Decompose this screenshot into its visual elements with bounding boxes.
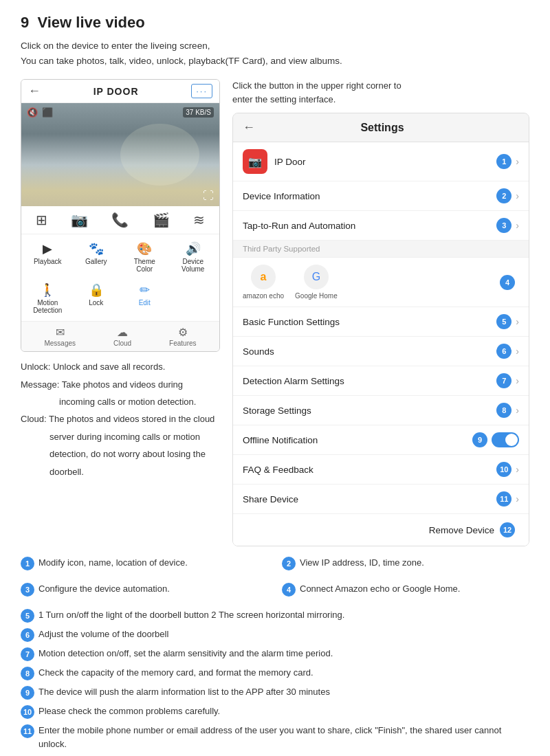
- badge-4: 4: [500, 275, 515, 290]
- cloud-text-2: server during incoming calls or motion: [50, 429, 220, 445]
- badge-9: 9: [472, 432, 487, 447]
- device-info-label: Device Information: [243, 191, 496, 201]
- theme-item[interactable]: 🎨 ThemeColor: [121, 237, 168, 277]
- settings-row-faq[interactable]: FAQ & Feedback 10 ›: [233, 455, 529, 485]
- amazon-echo-icon: a: [251, 265, 276, 289]
- phone-back-icon[interactable]: ←: [28, 84, 41, 98]
- settings-title-label: Settings: [262, 122, 503, 134]
- settings-row-ipdoor[interactable]: 📷 IP Door 1 ›: [233, 142, 529, 181]
- edit-item[interactable]: ✏ Edit: [121, 278, 168, 318]
- messages-nav[interactable]: ✉ Messages: [44, 326, 76, 347]
- note-text-2: View IP address, ID, time zone.: [300, 556, 529, 570]
- settings-row-remove[interactable]: Remove Device 12: [233, 514, 529, 546]
- amazon-echo-item[interactable]: a amazon echo: [243, 265, 284, 300]
- room-image: [21, 103, 219, 206]
- volume-item[interactable]: 🔊 DeviceVolume: [170, 237, 217, 277]
- badge-8: 8: [496, 403, 512, 418]
- note-row-10: 10 Please check the common problems care…: [21, 704, 529, 719]
- video-icon[interactable]: 🎬: [153, 212, 170, 228]
- settings-row-storage[interactable]: Storage Settings 8 ›: [233, 396, 529, 425]
- theme-label: ThemeColor: [134, 258, 155, 273]
- features-nav[interactable]: ⚙ Features: [169, 326, 196, 347]
- gallery-item[interactable]: 🐾 Gallery: [73, 237, 120, 277]
- phone-frame: ← IP DOOR ··· 🔇 ⬛ 37 KB/S ⛶ ⊞ 📷 📞 🎬: [21, 79, 220, 352]
- settings-row-share[interactable]: Share Device 11 ›: [233, 485, 529, 514]
- gallery-icon: 🐾: [89, 241, 104, 256]
- messages-icon: ✉: [56, 326, 65, 339]
- cloud-text-3: detection, do not worry about losing the: [50, 446, 220, 462]
- settings-row-sounds[interactable]: Sounds 6 ›: [233, 337, 529, 366]
- cloud-icon: ☁: [117, 326, 128, 339]
- phone-menu-button[interactable]: ···: [191, 84, 212, 98]
- note-text-10: Please check the common problems careful…: [38, 704, 529, 718]
- bottom-nav: ✉ Messages ☁ Cloud ⚙ Features: [21, 322, 219, 351]
- chevron-1: ›: [516, 156, 519, 167]
- chevron-11: ›: [516, 493, 519, 504]
- note-row-4: 4 Connect Amazon echo or Google Home.: [282, 582, 529, 597]
- mute-icon[interactable]: 🔇: [27, 107, 38, 118]
- more-icon[interactable]: ≋: [193, 212, 205, 228]
- speed-badge: 37 KB/S: [183, 107, 214, 118]
- note-text-5: 1 Turn on/off the light of the doorbell …: [38, 608, 529, 622]
- gallery-label: Gallery: [85, 258, 107, 265]
- note-text-11: Enter the mobile phone number or email a…: [38, 724, 529, 751]
- settings-row-detection[interactable]: Detection Alarm Settings 7 ›: [233, 366, 529, 396]
- offline-toggle[interactable]: [492, 432, 519, 447]
- note-row-1: 1 Modify icon, name, location of device.: [21, 556, 268, 570]
- settings-row-tap-run[interactable]: Tap-to-Run and Automation 3 ›: [233, 211, 529, 241]
- google-home-icon: G: [304, 265, 329, 289]
- intro-text: Click on the device to enter the liveing…: [21, 38, 529, 68]
- note-row-11: 11 Enter the mobile phone number or emai…: [21, 724, 529, 751]
- settings-header: ← Settings: [233, 113, 529, 142]
- lock-item[interactable]: 🔒 Lock: [73, 278, 120, 318]
- fullscreen-icon[interactable]: ⛶: [203, 190, 214, 202]
- settings-frame: ← Settings 📷 IP Door 1 › Device Informat…: [232, 113, 529, 546]
- motion-icon: 🚶: [40, 282, 55, 298]
- features-label: Features: [169, 340, 196, 347]
- settings-back-icon[interactable]: ←: [243, 120, 255, 135]
- settings-row-basic[interactable]: Basic Function Settings 5 ›: [233, 307, 529, 337]
- amazon-echo-label: amazon echo: [243, 292, 284, 300]
- note-text-8: Check the capacity of the memory card, a…: [38, 666, 529, 680]
- record-icon[interactable]: ⬛: [42, 107, 53, 118]
- note-col-2: 2 View IP address, ID, time zone.: [282, 556, 529, 575]
- volume-label: DeviceVolume: [182, 258, 204, 273]
- cloud-nav[interactable]: ☁ Cloud: [113, 326, 131, 347]
- note-row-7: 7 Motion detection on/off, set the alarm…: [21, 647, 529, 661]
- note-badge-11: 11: [21, 724, 34, 738]
- motion-item[interactable]: 🚶 MotionDetection: [24, 278, 72, 318]
- settings-row-offline[interactable]: Offline Notification 9: [233, 425, 529, 455]
- note-row-3: 3 Configure the device automation.: [21, 582, 268, 597]
- chevron-2: ›: [516, 190, 519, 201]
- note-row-8: 8 Check the capacity of the memory card,…: [21, 666, 529, 680]
- cloud-text-1: Cloud: The photos and videos stored in t…: [21, 411, 220, 427]
- unlock-notes: Unlock: Unlock and save all records. Mes…: [21, 359, 220, 480]
- cloud-label: Cloud: [113, 340, 131, 347]
- cloud-text-4: doorbell.: [50, 464, 220, 480]
- playback-item[interactable]: ▶ Playback: [24, 237, 72, 277]
- badge-3: 3: [496, 218, 512, 233]
- unlock-text: Unlock: Unlock and save all records.: [21, 359, 220, 375]
- chevron-3: ›: [516, 220, 519, 231]
- note-badge-1: 1: [21, 557, 34, 570]
- main-layout: ← IP DOOR ··· 🔇 ⬛ 37 KB/S ⛶ ⊞ 📷 📞 🎬: [21, 79, 529, 546]
- section-title: 9 View live video: [21, 14, 529, 32]
- google-home-item[interactable]: G Google Home: [295, 265, 338, 300]
- note-row-6: 6 Adjust the volume of the doorbell: [21, 627, 529, 642]
- third-party-divider: Third Party Supported: [233, 241, 529, 258]
- detection-label: Detection Alarm Settings: [243, 376, 496, 386]
- settings-row-device-info[interactable]: Device Information 2 ›: [233, 181, 529, 211]
- chevron-5: ›: [516, 316, 519, 327]
- edit-icon: ✏: [140, 282, 150, 298]
- playback-label: Playback: [34, 258, 62, 265]
- camera-icon[interactable]: 📷: [71, 212, 88, 228]
- camera-device-icon: 📷: [248, 155, 262, 168]
- phone-header-title: IP DOOR: [41, 86, 191, 97]
- chevron-8: ›: [516, 405, 519, 416]
- call-icon[interactable]: 📞: [111, 212, 129, 228]
- google-home-label: Google Home: [295, 292, 338, 300]
- theme-icon: 🎨: [137, 241, 152, 256]
- note-col-3: 3 Configure the device automation.: [21, 582, 268, 601]
- ipdoor-label: IP Door: [274, 157, 496, 167]
- grid-icon[interactable]: ⊞: [36, 212, 47, 228]
